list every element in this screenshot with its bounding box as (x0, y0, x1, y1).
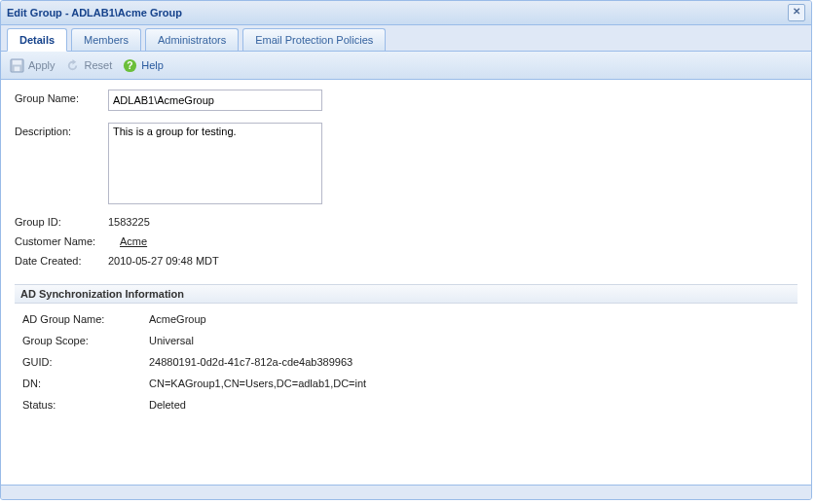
apply-label: Apply (28, 59, 56, 71)
group-id-row: Group ID: 1583225 (15, 216, 797, 228)
group-name-label: Group Name: (15, 90, 108, 111)
description-textarea[interactable] (108, 123, 322, 204)
status-row: Status: Deleted (22, 399, 797, 411)
ad-group-name-value: AcmeGroup (149, 313, 206, 325)
ad-sync-header: AD Synchronization Information (15, 284, 797, 304)
close-button[interactable]: ✕ (788, 4, 805, 21)
customer-name-label: Customer Name: (15, 235, 120, 247)
help-icon: ? (122, 57, 137, 73)
tab-label: Details (19, 34, 55, 46)
tab-members[interactable]: Members (71, 28, 141, 51)
dn-label: DN: (22, 378, 149, 389)
status-label: Status: (22, 399, 149, 411)
svg-rect-1 (12, 59, 20, 64)
group-name-row: Group Name: (15, 90, 797, 111)
date-created-row: Date Created: 2010-05-27 09:48 MDT (15, 255, 797, 267)
guid-value: 24880191-0d2d-41c7-812a-cde4ab389963 (149, 356, 352, 368)
group-id-value: 1583225 (108, 216, 150, 228)
edit-group-window: Edit Group - ADLAB1\Acme Group ✕ Details… (0, 0, 812, 500)
tab-administrators[interactable]: Administrators (145, 28, 239, 51)
ad-group-name-row: AD Group Name: AcmeGroup (22, 313, 797, 325)
group-scope-row: Group Scope: Universal (22, 335, 797, 346)
tab-details[interactable]: Details (7, 28, 67, 52)
svg-rect-2 (14, 66, 19, 71)
tab-label: Administrators (158, 34, 226, 46)
customer-name-row: Customer Name: Acme (15, 235, 797, 247)
date-created-label: Date Created: (15, 255, 108, 267)
dn-row: DN: CN=KAGroup1,CN=Users,DC=adlab1,DC=in… (22, 378, 797, 389)
group-name-input[interactable] (108, 90, 322, 111)
close-icon: ✕ (793, 6, 800, 17)
tab-label: Email Protection Policies (255, 34, 373, 46)
guid-row: GUID: 24880191-0d2d-41c7-812a-cde4ab3899… (22, 356, 797, 368)
help-button[interactable]: ? Help (122, 57, 164, 73)
toolbar: Apply Reset ? Help (1, 52, 811, 80)
window-title: Edit Group - ADLAB1\Acme Group (7, 7, 182, 18)
svg-text:?: ? (127, 60, 132, 71)
customer-name-link[interactable]: Acme (120, 235, 147, 247)
ad-group-name-label: AD Group Name: (22, 313, 149, 325)
description-row: Description: (15, 123, 797, 204)
details-panel: Group Name: Description: Group ID: 15832… (1, 80, 811, 485)
help-label: Help (141, 59, 164, 71)
tab-label: Members (84, 34, 129, 46)
group-scope-value: Universal (149, 335, 194, 346)
date-created-value: 2010-05-27 09:48 MDT (108, 255, 219, 267)
group-scope-label: Group Scope: (22, 335, 149, 346)
apply-button[interactable]: Apply (9, 57, 56, 73)
status-value: Deleted (149, 399, 186, 411)
reset-arrow-icon (65, 57, 81, 73)
disk-save-icon (9, 57, 24, 73)
window-bottom-strip (1, 485, 811, 499)
window-titlebar: Edit Group - ADLAB1\Acme Group ✕ (1, 1, 811, 25)
dn-value: CN=KAGroup1,CN=Users,DC=adlab1,DC=int (149, 378, 366, 389)
tab-bar: Details Members Administrators Email Pro… (1, 25, 811, 52)
group-id-label: Group ID: (15, 216, 108, 228)
description-label: Description: (15, 123, 108, 204)
guid-label: GUID: (22, 356, 149, 368)
reset-button[interactable]: Reset (65, 57, 113, 73)
tab-email-protection-policies[interactable]: Email Protection Policies (242, 28, 386, 51)
reset-label: Reset (85, 59, 113, 71)
